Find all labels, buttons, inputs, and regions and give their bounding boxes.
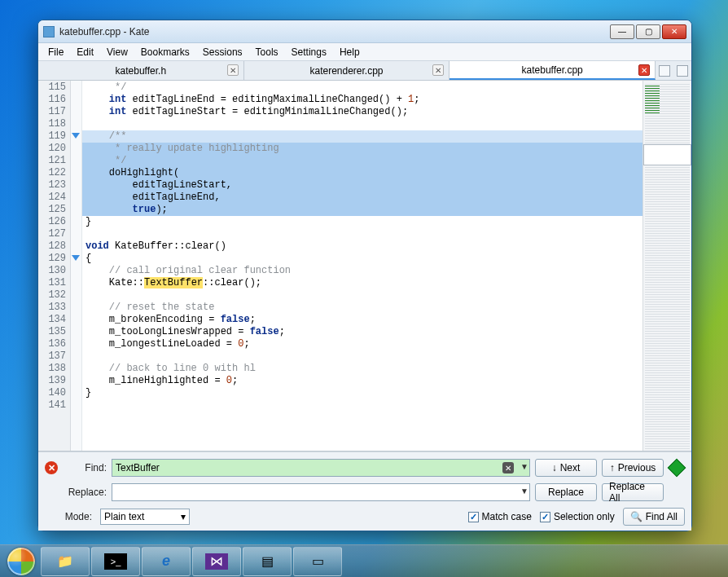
tab-label: katerenderer.cpp [309, 65, 383, 77]
tab-katerenderer-cpp[interactable]: katerenderer.cpp✕ [244, 61, 450, 80]
menu-tools[interactable]: Tools [249, 45, 285, 59]
code-line[interactable]: int editTagLineStart = editingMinimalLin… [82, 106, 642, 118]
code-line[interactable]: editTagLineStart, [82, 179, 642, 192]
taskbar-item-folder[interactable]: 📁 [41, 547, 90, 576]
minimap-viewport[interactable] [643, 144, 691, 165]
minimap-content [645, 82, 690, 449]
menu-sessions[interactable]: Sessions [196, 45, 249, 59]
code-line[interactable]: true); [82, 204, 642, 216]
find-input[interactable] [112, 459, 530, 477]
find-previous-button[interactable]: ↑ Previous [602, 459, 664, 477]
tab-label: katebuffer.cpp [522, 64, 583, 76]
code-line[interactable]: m_longestLineLoaded = 0; [82, 338, 642, 350]
code-line[interactable]: m_lineHighlighted = 0; [82, 375, 642, 387]
menu-file[interactable]: File [42, 45, 70, 59]
tab-katebuffer-cpp[interactable]: katebuffer.cpp✕ [450, 61, 656, 80]
fold-column[interactable] [71, 81, 82, 451]
code-line[interactable]: Kate::TextBuffer::clear(); [82, 277, 642, 289]
code-line[interactable]: m_brokenEncoding = false; [82, 314, 642, 326]
tab-close-button[interactable]: ✕ [638, 64, 650, 76]
replace-history-dropdown[interactable]: ▼ [520, 487, 528, 496]
menu-view[interactable]: View [100, 45, 134, 59]
windows-orb-icon [7, 548, 35, 575]
menu-settings[interactable]: Settings [285, 45, 333, 59]
find-next-button[interactable]: ↓ Next [535, 459, 597, 477]
fold-marker[interactable] [72, 255, 80, 261]
minimap-highlight [645, 84, 660, 113]
code-line[interactable]: } [82, 387, 642, 399]
expand-options-icon[interactable] [668, 459, 686, 478]
close-find-button[interactable]: ✕ [45, 461, 58, 474]
replace-button[interactable]: Replace [535, 483, 597, 501]
mode-label: Mode: [45, 511, 92, 522]
notepad-icon: ▤ [257, 553, 277, 570]
tab-close-button[interactable]: ✕ [227, 64, 239, 76]
up-arrow-icon: ↑ [610, 462, 615, 473]
fold-marker[interactable] [72, 133, 80, 139]
replace-all-button[interactable]: Replace All [602, 483, 664, 501]
tab-close-button[interactable]: ✕ [432, 64, 444, 76]
code-line[interactable]: // call original clear function [82, 265, 642, 277]
menu-bookmarks[interactable]: Bookmarks [134, 45, 196, 59]
code-line[interactable]: */ [82, 81, 642, 94]
window-title: katebuffer.cpp - Kate [59, 26, 610, 37]
code-line[interactable]: } [82, 216, 642, 228]
minimize-button[interactable]: — [610, 24, 634, 39]
menubar: FileEditViewBookmarksSessionsToolsSettin… [38, 43, 691, 61]
code-line[interactable]: void KateBuffer::clear() [82, 240, 642, 253]
replace-input[interactable] [112, 483, 530, 501]
find-history-dropdown[interactable]: ▼ [520, 462, 528, 471]
taskbar-item-explorer[interactable]: ▭ [293, 547, 342, 576]
close-button[interactable]: ✕ [662, 24, 686, 39]
find-all-button[interactable]: 🔍 Find All [623, 508, 685, 526]
titlebar[interactable]: katebuffer.cpp - Kate — ▢ ✕ [38, 20, 691, 43]
find-replace-panel: ✕ Find: ✕ ▼ ↓ Next ↑ Previous Replace: ▼… [38, 451, 691, 531]
code-line[interactable]: int editTagLineEnd = editingMaximalLineC… [82, 94, 642, 106]
taskbar-item-ie[interactable]: e [142, 547, 191, 576]
match-case-checkbox[interactable]: ✓Match case [468, 511, 532, 522]
taskbar[interactable]: 📁>_e⋈▤▭ [0, 544, 728, 577]
code-line[interactable] [82, 228, 642, 240]
selection-only-checkbox[interactable]: ✓Selection only [540, 511, 615, 522]
code-line[interactable] [82, 350, 642, 363]
maximize-button[interactable]: ▢ [636, 24, 660, 39]
kate-window: katebuffer.cpp - Kate — ▢ ✕ FileEditView… [37, 20, 692, 531]
minimap[interactable] [642, 81, 691, 451]
code-line[interactable]: // back to line 0 with hl [82, 363, 642, 375]
search-mode-combo[interactable]: Plain text ▾ [100, 509, 190, 525]
code-line[interactable]: { [82, 253, 642, 265]
code-line[interactable]: */ [82, 155, 642, 167]
line-number-gutter[interactable]: 1151161171181191201211221231241251261271… [38, 81, 71, 451]
app-icon [43, 26, 55, 37]
code-line[interactable]: * really update highlighting [82, 143, 642, 155]
vs-icon: ⋈ [205, 553, 228, 570]
tab-bar: katebuffer.h✕katerenderer.cpp✕katebuffer… [38, 61, 691, 81]
clear-find-button[interactable]: ✕ [502, 462, 514, 473]
menu-help[interactable]: Help [333, 45, 366, 59]
code-line[interactable]: editTagLineEnd, [82, 192, 642, 204]
tab-list-button[interactable] [677, 65, 688, 77]
taskbar-item-notepad[interactable]: ▤ [243, 547, 292, 576]
code-line[interactable] [82, 289, 642, 302]
replace-label: Replace: [64, 487, 107, 498]
code-line[interactable] [82, 399, 642, 412]
tab-katebuffer-h[interactable]: katebuffer.h✕ [38, 61, 244, 80]
tab-extras [656, 61, 691, 80]
code-line[interactable]: /** [82, 130, 642, 143]
code-line[interactable] [82, 118, 642, 130]
taskbar-item-vs[interactable]: ⋈ [192, 547, 241, 576]
code-editor[interactable]: */ int editTagLineEnd = editingMaximalLi… [82, 81, 642, 451]
start-button[interactable] [3, 547, 39, 576]
binoculars-icon: 🔍 [630, 511, 642, 522]
new-tab-button[interactable] [659, 65, 670, 77]
explorer-icon: ▭ [308, 553, 327, 570]
menu-edit[interactable]: Edit [70, 45, 100, 59]
down-arrow-icon: ↓ [552, 462, 557, 473]
code-line[interactable]: doHighlight( [82, 167, 642, 179]
terminal-icon: >_ [104, 553, 127, 570]
taskbar-item-terminal[interactable]: >_ [91, 547, 140, 576]
code-line[interactable]: // reset the state [82, 302, 642, 314]
chevron-down-icon: ▾ [181, 511, 186, 522]
tab-label: katebuffer.h [116, 65, 167, 77]
code-line[interactable]: m_tooLongLinesWrapped = false; [82, 326, 642, 338]
